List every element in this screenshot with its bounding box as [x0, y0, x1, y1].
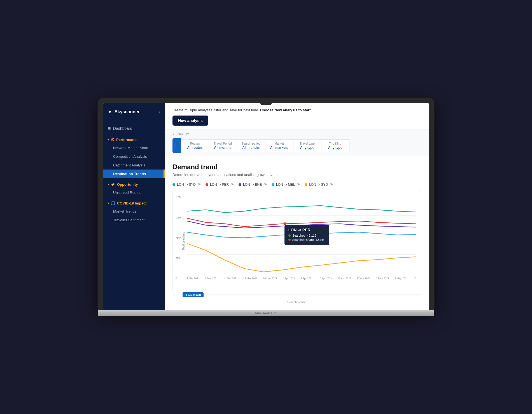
- laptop-screen: ✦ Skyscanner ‹ ⊞ Dashboard ▾ ⏱ P: [103, 103, 429, 310]
- tooltip-share-label: Searches share: [292, 238, 314, 241]
- y-tick-375k: 375K: [176, 257, 181, 260]
- filter-tab-travel-period[interactable]: Travel Period All months: [209, 139, 237, 152]
- opportunity-icon: ⚡: [111, 182, 115, 187]
- sidebar-item-catchment-analysis[interactable]: Catchment Analysis: [103, 161, 165, 170]
- filter-tabs: ← Routes All routes Travel Period All mo…: [172, 138, 421, 153]
- chart-legend: LON -> SYD 👁 LON -> PER 👁 LON -> BNE 👁: [172, 182, 421, 187]
- filter-tab-routes[interactable]: Routes All routes: [181, 139, 209, 152]
- chevron-down-icon: ▾: [108, 138, 109, 141]
- logo-area: ✦ Skyscanner: [108, 109, 140, 115]
- legend-item-lon-per: LON -> PER 👁: [206, 182, 234, 187]
- legend-item-lon-bne: LON -> BNE 👁: [239, 182, 267, 187]
- sidebar-item-traveller-sentiment[interactable]: Traveller Sentiment: [103, 216, 165, 224]
- search-period-tab-label: Search period: [241, 142, 261, 145]
- skyscanner-logo-icon: ✦: [108, 109, 112, 115]
- unserved-routes-label: Unserved Routes: [113, 190, 141, 195]
- tooltip-share-dot: [288, 239, 291, 241]
- tooltip-share-value: 12.1%: [316, 238, 324, 241]
- x-tick-13: 15: [414, 277, 416, 280]
- sidebar-section-performance[interactable]: ▾ ⏱ Performance: [103, 133, 165, 144]
- app-name: Skyscanner: [115, 109, 140, 114]
- performance-label: Performance: [116, 138, 138, 142]
- legend-label-lon-syd-1: LON -> SYD: [177, 183, 196, 187]
- x-tick-10: 27 Apr 2021: [357, 277, 370, 280]
- new-analysis-button[interactable]: New analysis: [172, 116, 208, 126]
- y-axis-label: Total searches: [182, 232, 185, 250]
- travel-type-tab-value: Any type: [298, 146, 317, 150]
- chart-tooltip: LON -> PER Searches 42,112 Searches shar…: [284, 225, 329, 245]
- legend-eye-lon-mel[interactable]: 👁: [297, 182, 300, 187]
- y-tick-750k: 750K: [176, 236, 181, 239]
- market-trends-label: Market Trends: [113, 209, 136, 213]
- header-intro: Create multiple analyses, filter and sav…: [172, 108, 421, 112]
- covid-icon: 🌐: [111, 201, 115, 205]
- laptop-container: ✦ Skyscanner ‹ ⊞ Dashboard ▾ ⏱ P: [98, 98, 434, 316]
- sidebar: ✦ Skyscanner ‹ ⊞ Dashboard ▾ ⏱ P: [103, 103, 165, 310]
- x-tick-9: 21 Apr 2021: [338, 277, 351, 280]
- tooltip-title: LON -> PER: [288, 228, 325, 232]
- sidebar-collapse-button[interactable]: ‹: [159, 110, 160, 114]
- tooltip-dot: [288, 234, 291, 237]
- legend-dot-lon-mel: [272, 183, 274, 186]
- content-area: Demand trend Determine demand to your de…: [165, 156, 429, 310]
- slider-thumb[interactable]: 1 Mar 2021: [183, 292, 204, 297]
- travel-period-tab-value: All months: [213, 146, 232, 150]
- legend-eye-lon-syd-2[interactable]: 👁: [330, 182, 333, 187]
- x-tick-3: 14 Mar 2021: [223, 277, 238, 280]
- filter-tab-trip-kind[interactable]: Trip Kind Any type: [321, 139, 349, 152]
- opportunity-label: Opportunity: [117, 182, 138, 187]
- intro-text: Create multiple analyses, filter and sav…: [172, 108, 259, 112]
- x-tick-4: 21 Mar 2021: [243, 277, 258, 280]
- legend-dot-lon-syd-1: [172, 183, 175, 186]
- x-tick-5: 28 Mar 2021: [263, 277, 277, 280]
- sidebar-item-competition-analysis[interactable]: Competition Analysis: [103, 152, 165, 161]
- legend-item-lon-syd-1: LON -> SYD 👁: [172, 182, 201, 187]
- sidebar-item-market-trends[interactable]: Market Trends: [103, 207, 165, 216]
- legend-eye-lon-syd-1[interactable]: 👁: [197, 182, 201, 187]
- intro-bold: Choose New analysis to start.: [260, 108, 312, 112]
- tooltip-searches: Searches 42,112: [288, 234, 325, 237]
- filter-tab-travel-type[interactable]: Travel type Any type: [293, 139, 321, 152]
- legend-eye-lon-per[interactable]: 👁: [230, 182, 234, 187]
- dashboard-icon: ⊞: [108, 126, 111, 131]
- covid-label: COVID-19 Impact: [117, 201, 146, 205]
- sidebar-item-destination-trends[interactable]: Destination Trends: [103, 170, 165, 178]
- y-tick-0: 0: [176, 277, 181, 280]
- tooltip-searches-value: 42,112: [307, 234, 316, 237]
- filter-tab-market[interactable]: Market All markets: [265, 139, 293, 152]
- filter-bar: Filter by ← Routes All routes Travel Per…: [165, 130, 429, 156]
- legend-label-lon-syd-2: LON -> SYD: [309, 183, 328, 187]
- y-tick-1.5m: 1.5M: [176, 196, 181, 199]
- laptop-notch: [260, 103, 272, 105]
- x-axis-labels: 1 Mar 2021 7 Mar 2021 14 Mar 2021 21 Mar…: [187, 275, 416, 280]
- sidebar-item-unserved-routes[interactable]: Unserved Routes: [103, 188, 165, 197]
- sidebar-item-dashboard[interactable]: ⊞ Dashboard: [103, 123, 165, 133]
- legend-label-lon-mel: LON -> MEL: [276, 183, 295, 187]
- header-bar: Create multiple analyses, filter and sav…: [165, 103, 429, 130]
- filter-tab-search-period[interactable]: Search period All months: [237, 139, 265, 152]
- sidebar-nav: ⊞ Dashboard ▾ ⏱ Performance Network Mark…: [103, 120, 165, 310]
- x-tick-8: 15 Apr 2021: [318, 277, 332, 280]
- x-tick-7: 9 Apr 2021: [300, 277, 313, 280]
- legend-dot-lon-bne: [239, 183, 241, 186]
- sidebar-section-opportunity[interactable]: ▾ ⚡ Opportunity: [103, 178, 165, 188]
- traveller-sentiment-label: Traveller Sentiment: [113, 218, 144, 222]
- filter-label: Filter by: [172, 133, 421, 136]
- main-content: Create multiple analyses, filter and sav…: [165, 103, 429, 310]
- x-tick-2: 7 Mar 2021: [205, 277, 218, 280]
- sidebar-header: ✦ Skyscanner ‹: [103, 103, 165, 120]
- legend-eye-lon-bne[interactable]: 👁: [263, 182, 267, 187]
- x-tick-12: 9 May 2021: [395, 277, 408, 280]
- filter-back-button[interactable]: ←: [172, 138, 181, 153]
- legend-dot-lon-per: [206, 183, 208, 186]
- sidebar-item-network-market-share[interactable]: Network Market Share: [103, 144, 165, 152]
- search-period-tab-value: All months: [241, 146, 261, 150]
- y-tick-1.1m: 1.1M: [176, 216, 181, 219]
- sidebar-section-covid[interactable]: ▾ 🌐 COVID-19 Impact: [103, 197, 165, 207]
- chevron-down-icon-2: ▾: [108, 183, 109, 186]
- performance-icon: ⏱: [111, 137, 115, 142]
- network-market-share-label: Network Market Share: [113, 146, 149, 150]
- x-tick-11: 3 May 2021: [376, 277, 389, 280]
- slider-track[interactable]: 1 Mar 2021: [172, 295, 421, 295]
- market-tab-label: Market: [270, 142, 289, 145]
